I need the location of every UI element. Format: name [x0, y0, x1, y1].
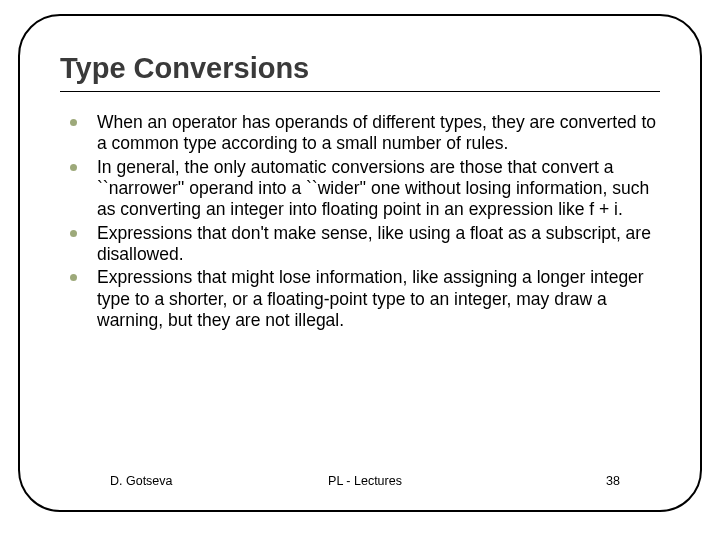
list-item: Expressions that might lose information,… [70, 267, 660, 331]
bullet-text: When an operator has operands of differe… [97, 112, 660, 155]
list-item: When an operator has operands of differe… [70, 112, 660, 155]
bullet-icon [70, 119, 77, 126]
slide-title: Type Conversions [60, 52, 660, 85]
footer-page-number: 38 [450, 474, 660, 488]
footer-title: PL - Lectures [280, 474, 450, 488]
title-underline [60, 91, 660, 92]
list-item: Expressions that don't make sense, like … [70, 223, 660, 266]
bullet-text: Expressions that don't make sense, like … [97, 223, 660, 266]
slide-footer: D. Gotseva PL - Lectures 38 [60, 474, 660, 488]
bullet-text: Expressions that might lose information,… [97, 267, 660, 331]
bullet-list: When an operator has operands of differe… [60, 112, 660, 331]
bullet-icon [70, 274, 77, 281]
slide-frame: Type Conversions When an operator has op… [18, 14, 702, 512]
footer-author: D. Gotseva [60, 474, 280, 488]
bullet-text: In general, the only automatic conversio… [97, 157, 660, 221]
bullet-icon [70, 230, 77, 237]
list-item: In general, the only automatic conversio… [70, 157, 660, 221]
bullet-icon [70, 164, 77, 171]
